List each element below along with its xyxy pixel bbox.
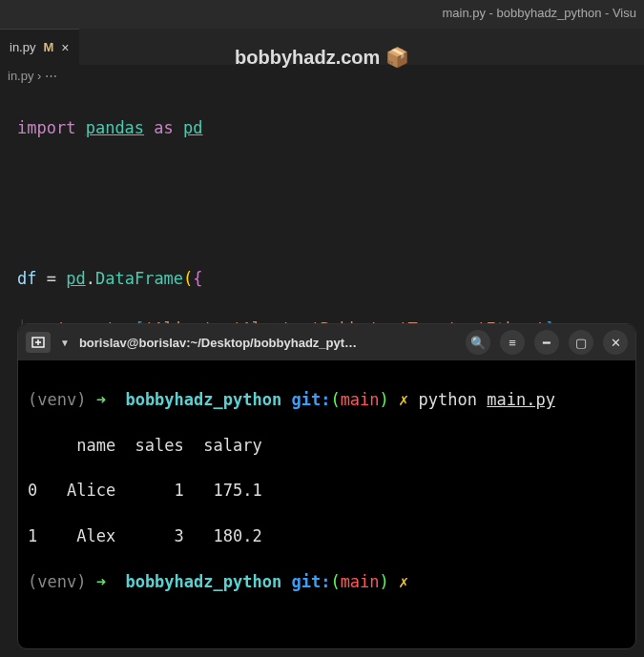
search-button[interactable]: 🔍 bbox=[466, 330, 490, 355]
terminal-output: name sales salary bbox=[28, 435, 626, 458]
code-line: df = pd.DataFrame({ bbox=[17, 266, 627, 291]
code-line bbox=[17, 166, 627, 191]
terminal-line: (venv) ➜ bobbyhadz_python git:(main) ✗ bbox=[28, 571, 626, 594]
new-tab-icon bbox=[31, 337, 45, 348]
tab-modified-indicator: M bbox=[43, 40, 53, 54]
file-tab[interactable]: in.py M × bbox=[0, 29, 79, 65]
search-icon: 🔍 bbox=[470, 336, 486, 350]
terminal-output: 1 Alex 3 180.2 bbox=[28, 525, 626, 548]
dropdown-icon[interactable]: ▼ bbox=[60, 338, 70, 348]
tab-filename: in.py bbox=[10, 40, 35, 54]
new-tab-button[interactable] bbox=[26, 332, 51, 353]
terminal-header: ▼ borislav@borislav:~/Desktop/bobbyhadz_… bbox=[18, 324, 635, 360]
maximize-button[interactable]: ▢ bbox=[569, 330, 593, 355]
menu-button[interactable]: ≡ bbox=[500, 330, 525, 355]
terminal-body[interactable]: (venv) ➜ bobbyhadz_python git:(main) ✗ p… bbox=[18, 360, 635, 648]
code-line: import pandas as pd bbox=[17, 115, 627, 140]
terminal-line: (venv) ➜ bobbyhadz_python git:(main) ✗ p… bbox=[28, 389, 626, 412]
close-icon[interactable]: × bbox=[61, 40, 69, 55]
terminal-panel: ▼ borislav@borislav:~/Desktop/bobbyhadz_… bbox=[17, 323, 636, 649]
breadcrumb[interactable]: in.py › ⋯ bbox=[0, 65, 644, 87]
menu-icon: ≡ bbox=[509, 336, 516, 350]
breadcrumb-text: in.py › ⋯ bbox=[8, 69, 57, 83]
code-line bbox=[17, 216, 627, 241]
minimize-icon: ━ bbox=[543, 336, 551, 350]
minimize-button[interactable]: ━ bbox=[534, 330, 559, 355]
terminal-output: 0 Alice 1 175.1 bbox=[28, 480, 626, 503]
tab-bar: in.py M × bbox=[0, 29, 644, 65]
terminal-title: borislav@borislav:~/Desktop/bobbyhadz_py… bbox=[79, 336, 357, 350]
window-title: main.py - bobbyhadz_python - Visu bbox=[442, 6, 636, 20]
window-titlebar: main.py - bobbyhadz_python - Visu bbox=[0, 0, 644, 29]
close-icon: ✕ bbox=[611, 336, 621, 350]
close-button[interactable]: ✕ bbox=[603, 330, 628, 355]
maximize-icon: ▢ bbox=[575, 336, 587, 350]
